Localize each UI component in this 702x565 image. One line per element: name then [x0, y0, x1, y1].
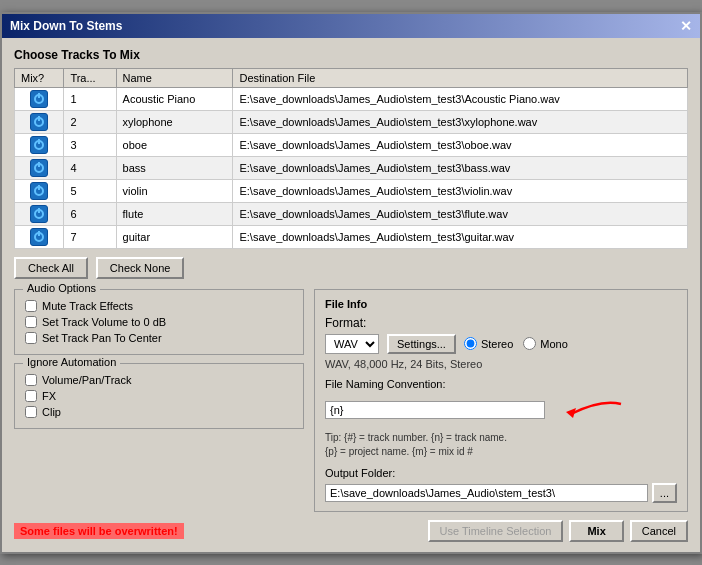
close-button[interactable]: ✕ [680, 18, 692, 34]
mix-cell [15, 179, 64, 202]
mono-label[interactable]: Mono [523, 337, 568, 350]
check-buttons-row: Check All Check None [14, 257, 688, 279]
mix-cell [15, 225, 64, 248]
format-controls-row: WAV Settings... Stereo Mono [325, 334, 677, 354]
power-button[interactable] [30, 136, 48, 154]
stereo-radio[interactable] [464, 337, 477, 350]
use-timeline-button: Use Timeline Selection [428, 520, 564, 542]
mute-track-checkbox[interactable] [25, 300, 37, 312]
track-name-cell: xylophone [116, 110, 233, 133]
track-dest-cell: E:\save_downloads\James_Audio\stem_test3… [233, 87, 688, 110]
set-pan-checkbox[interactable] [25, 332, 37, 344]
arrow-annotation [551, 394, 631, 427]
output-folder-label: Output Folder: [325, 467, 677, 479]
track-name-cell: guitar [116, 225, 233, 248]
tip-text: Tip: {#} = track number. {n} = track nam… [325, 431, 677, 459]
fx-checkbox[interactable] [25, 390, 37, 402]
mix-cell [15, 87, 64, 110]
track-num-cell: 6 [64, 202, 116, 225]
set-volume-label: Set Track Volume to 0 dB [42, 316, 166, 328]
fx-row: FX [25, 390, 293, 402]
volume-pan-label: Volume/Pan/Track [42, 374, 131, 386]
power-button[interactable] [30, 113, 48, 131]
track-num-cell: 7 [64, 225, 116, 248]
track-num-cell: 2 [64, 110, 116, 133]
check-all-button[interactable]: Check All [14, 257, 88, 279]
mono-text: Mono [540, 338, 568, 350]
audio-options-group: Audio Options Mute Track Effects Set Tra… [14, 289, 304, 355]
output-folder-row: ... [325, 483, 677, 503]
check-none-button[interactable]: Check None [96, 257, 185, 279]
power-icon [34, 163, 44, 173]
set-pan-row: Set Track Pan To Center [25, 332, 293, 344]
file-info-box: File Info Format: WAV Settings... Stereo [314, 289, 688, 512]
file-info-title: File Info [325, 298, 677, 310]
mono-radio[interactable] [523, 337, 536, 350]
power-icon [34, 140, 44, 150]
fx-label: FX [42, 390, 56, 402]
set-volume-row: Set Track Volume to 0 dB [25, 316, 293, 328]
track-dest-cell: E:\save_downloads\James_Audio\stem_test3… [233, 110, 688, 133]
col-mix: Mix? [15, 68, 64, 87]
table-row: 7 guitar E:\save_downloads\James_Audio\s… [15, 225, 688, 248]
mix-cell [15, 202, 64, 225]
power-icon [34, 186, 44, 196]
footer-buttons: Use Timeline Selection Mix Cancel [428, 520, 688, 542]
mix-cell [15, 133, 64, 156]
audio-options-label: Audio Options [23, 282, 100, 294]
format-label: Format: [325, 316, 366, 330]
naming-convention-label: File Naming Convention: [325, 378, 677, 390]
format-select[interactable]: WAV [325, 334, 379, 354]
format-row: Format: [325, 316, 677, 330]
clip-checkbox[interactable] [25, 406, 37, 418]
track-dest-cell: E:\save_downloads\James_Audio\stem_test3… [233, 202, 688, 225]
track-name-cell: oboe [116, 133, 233, 156]
mix-button[interactable]: Mix [569, 520, 623, 542]
track-dest-cell: E:\save_downloads\James_Audio\stem_test3… [233, 133, 688, 156]
power-icon [34, 94, 44, 104]
track-name-cell: violin [116, 179, 233, 202]
table-row: 6 flute E:\save_downloads\James_Audio\st… [15, 202, 688, 225]
track-num-cell: 4 [64, 156, 116, 179]
ignore-automation-label: Ignore Automation [23, 356, 120, 368]
format-info-text: WAV, 48,000 Hz, 24 Bits, Stereo [325, 358, 677, 370]
col-dest: Destination File [233, 68, 688, 87]
naming-input[interactable] [325, 401, 545, 419]
track-dest-cell: E:\save_downloads\James_Audio\stem_test3… [233, 156, 688, 179]
power-button[interactable] [30, 159, 48, 177]
mix-cell [15, 110, 64, 133]
col-name: Name [116, 68, 233, 87]
track-name-cell: bass [116, 156, 233, 179]
power-icon [34, 232, 44, 242]
dialog-title: Mix Down To Stems [10, 19, 122, 33]
track-num-cell: 1 [64, 87, 116, 110]
settings-button[interactable]: Settings... [387, 334, 456, 354]
output-folder-input[interactable] [325, 484, 648, 502]
power-icon [34, 117, 44, 127]
clip-label: Clip [42, 406, 61, 418]
power-button[interactable] [30, 228, 48, 246]
volume-pan-checkbox[interactable] [25, 374, 37, 386]
track-name-cell: flute [116, 202, 233, 225]
power-button[interactable] [30, 90, 48, 108]
stereo-label[interactable]: Stereo [464, 337, 513, 350]
svg-marker-0 [566, 408, 576, 418]
overwrite-warning: Some files will be overwritten! [14, 523, 184, 539]
stereo-mono-group: Stereo Mono [464, 337, 568, 350]
table-row: 4 bass E:\save_downloads\James_Audio\ste… [15, 156, 688, 179]
stereo-text: Stereo [481, 338, 513, 350]
set-volume-checkbox[interactable] [25, 316, 37, 328]
track-num-cell: 3 [64, 133, 116, 156]
cancel-button[interactable]: Cancel [630, 520, 688, 542]
ignore-automation-group: Ignore Automation Volume/Pan/Track FX [14, 363, 304, 429]
tracks-heading: Choose Tracks To Mix [14, 48, 688, 62]
track-num-cell: 5 [64, 179, 116, 202]
browse-button[interactable]: ... [652, 483, 677, 503]
power-button[interactable] [30, 182, 48, 200]
col-track: Tra... [64, 68, 116, 87]
power-icon [34, 209, 44, 219]
naming-input-row [325, 394, 677, 427]
table-row: 3 oboe E:\save_downloads\James_Audio\ste… [15, 133, 688, 156]
power-button[interactable] [30, 205, 48, 223]
table-row: 2 xylophone E:\save_downloads\James_Audi… [15, 110, 688, 133]
